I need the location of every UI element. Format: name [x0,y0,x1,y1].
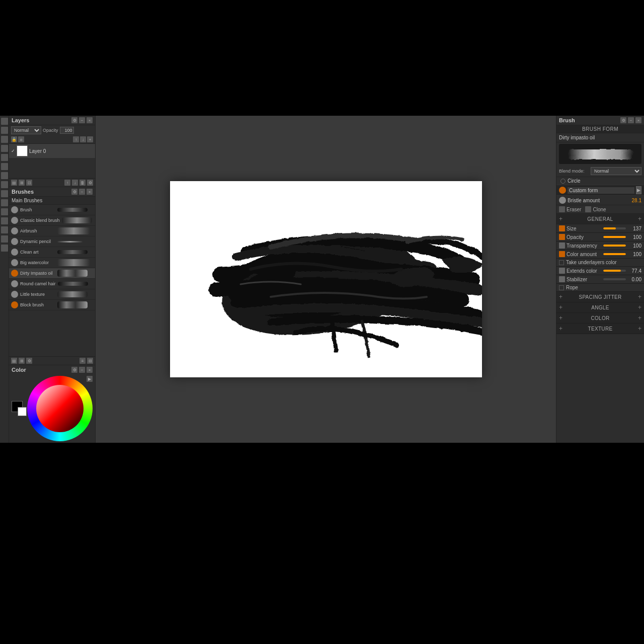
layer-visibility-check[interactable]: ✓ [11,148,15,153]
color-close-icon[interactable]: × [87,367,93,373]
texture-row[interactable]: + TEXTURE + [556,324,644,334]
brush-preview-strip [559,144,641,164]
brush-item-texture[interactable]: Little texture [9,289,95,300]
canvas-wrapper[interactable] [170,181,482,377]
brush-item-cleanart[interactable]: Clean art [9,247,95,258]
brush-list-view-icon[interactable]: ≡ [79,358,86,364]
color-inner-triangle[interactable] [36,385,84,432]
custom-form-input[interactable] [568,187,634,194]
tool-icon-8[interactable] [1,181,8,188]
layers-header-icons: ⚙ − × [71,117,93,123]
tool-icon-15[interactable] [1,245,8,252]
texture-plus-icon[interactable]: + [638,325,641,332]
tool-icon-12[interactable] [1,217,8,224]
tool-icon-13[interactable] [1,226,8,233]
color-expand-icon[interactable]: + [559,314,562,321]
brush-name-cleanart: Clean art [20,250,55,255]
color-plus-icon[interactable]: + [638,314,641,321]
tool-icon-7[interactable] [1,172,8,179]
brush-panel-minimize-icon[interactable]: − [628,117,634,123]
layer-alpha-icon[interactable]: α [18,136,24,142]
general-expand-icon[interactable]: + [638,215,641,222]
color-play-icon[interactable]: ▶ [87,376,93,382]
canvas-area[interactable] [96,116,556,443]
layer-move-up-icon[interactable]: ↑ [73,136,79,142]
layer-down-icon[interactable]: ↓ [72,180,78,186]
clone-button[interactable]: Clone [585,206,606,212]
brush-item-block[interactable]: Block brush [9,300,95,310]
circle-radio-row[interactable]: Circle [556,177,644,185]
tool-icon-10[interactable] [1,199,8,206]
take-underlayers-checkbox[interactable] [559,260,564,265]
stabilizer-bar-container[interactable] [603,278,626,280]
brush-panel-settings-icon[interactable]: ⚙ [620,117,626,123]
brush-item-impasto[interactable]: Dirty Impasto oil [9,268,95,279]
color-title: Color [12,367,26,373]
layer-move-down-icon[interactable]: ↓ [80,136,86,142]
layer-merge-icon[interactable]: ⊞ [19,180,25,186]
blend-mode-select[interactable]: Normal Multiply Screen [591,167,641,175]
brush-group-icon[interactable]: ⊞ [19,358,25,364]
bg-color-swatch[interactable] [18,407,27,416]
tool-icon-14[interactable] [1,235,8,243]
layer-lock-icon[interactable]: 🔒 [11,136,17,142]
custom-form-button[interactable]: ▶ [636,186,641,194]
layers-settings-icon[interactable]: ⚙ [71,117,77,123]
brush-settings2-icon[interactable]: ⚙ [26,358,32,364]
layer-add-icon[interactable]: + [87,136,93,142]
brushes-settings-icon[interactable]: ⚙ [71,189,77,195]
tool-icon-5[interactable] [1,154,8,161]
tool-icon-11[interactable] [1,208,8,215]
layer-settings2-icon[interactable]: ⚙ [87,180,93,186]
general-collapse-icon[interactable]: + [559,215,562,222]
layer-item[interactable]: ✓ Layer 0 [9,144,95,158]
texture-expand-icon[interactable]: + [559,325,562,332]
color-row[interactable]: + COLOR + [556,313,644,324]
paint-canvas[interactable] [170,181,482,377]
spacing-jitter-row[interactable]: + SPACING JITTER + [556,292,644,302]
transparency-bar-container[interactable] [603,245,626,247]
layers-minimize-icon[interactable]: − [79,117,85,123]
layer-new-group-icon[interactable]: ▤ [11,180,17,186]
tool-icon-2[interactable] [1,127,8,134]
color-minimize-icon[interactable]: − [79,367,85,373]
brush-item-airbrush[interactable]: Airbrush [9,226,95,236]
extends-color-bar-container[interactable] [603,270,626,272]
layers-blend-mode[interactable]: Normal [11,126,41,134]
brush-item-pencil[interactable]: Dynamic pencil [9,236,95,247]
brushes-close-icon[interactable]: × [87,189,93,195]
brush-new-icon[interactable]: ▤ [11,358,17,364]
rope-checkbox[interactable] [559,285,564,290]
circle-radio[interactable] [560,179,566,184]
brush-item-camel[interactable]: Round camel hair [9,279,95,289]
bristle-icon [559,197,566,204]
tool-icon-3[interactable] [1,136,8,143]
eraser-button[interactable]: Eraser [559,206,581,212]
brush-item-watercolor[interactable]: Big watercolor [9,258,95,268]
brush-item-brush[interactable]: Brush [9,205,95,215]
spacing-jitter-plus-icon[interactable]: + [638,293,641,300]
opacity-bar-container[interactable] [603,236,626,238]
color-settings-icon[interactable]: ⚙ [71,367,77,373]
angle-expand-icon[interactable]: + [559,304,562,311]
angle-plus-icon[interactable]: + [638,304,641,311]
color-amount-bar-container[interactable] [603,253,626,255]
color-wheel[interactable] [27,376,93,441]
tool-icon-1[interactable] [1,118,8,125]
layers-close-icon[interactable]: × [87,117,93,123]
brush-item-classic[interactable]: Classic blend brush [9,215,95,226]
brush-panel-close-icon[interactable]: × [635,117,641,123]
size-bar-container[interactable] [603,227,626,229]
spacing-jitter-expand-icon[interactable]: + [559,293,562,300]
layer-delete-icon[interactable]: 🗑 [79,180,86,186]
brush-grid-view-icon[interactable]: ⊟ [87,358,93,364]
brushes-section: Brushes ⚙ − × Main Brushes Brush [9,187,95,365]
brushes-minimize-icon[interactable]: − [79,189,85,195]
tool-icon-9[interactable] [1,190,8,197]
tool-icon-4[interactable] [1,145,8,152]
tool-icon-6[interactable] [1,163,8,170]
opacity-input[interactable] [60,127,74,134]
angle-row[interactable]: + ANGLE + [556,302,644,313]
layer-up-icon[interactable]: ↑ [64,180,70,186]
layer-copy-icon[interactable]: ⊡ [26,180,32,186]
